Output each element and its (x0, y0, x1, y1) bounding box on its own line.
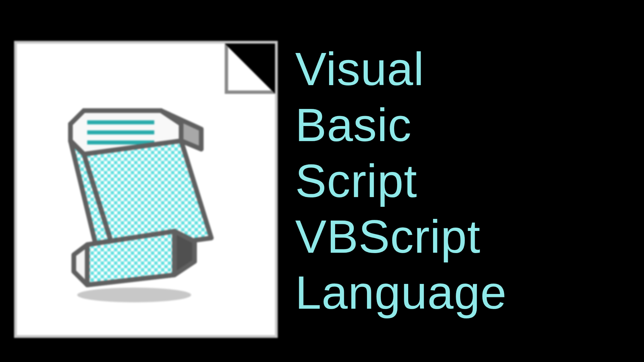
title-line-2: Basic (295, 99, 631, 152)
title-line-4: VBScript (295, 210, 631, 263)
title-line-5: Language (295, 266, 631, 319)
svg-point-6 (77, 288, 191, 302)
document-page (17, 44, 275, 335)
title-line-3: Script (295, 155, 631, 207)
title-block: Visual Basic Script VBScript Language (275, 43, 631, 319)
script-scroll-svg (64, 97, 231, 308)
vbscript-file-icon (13, 30, 275, 332)
slide-container: Visual Basic Script VBScript Language (0, 0, 644, 362)
title-line-1: Visual (295, 43, 631, 96)
script-scroll-icon (64, 97, 231, 308)
